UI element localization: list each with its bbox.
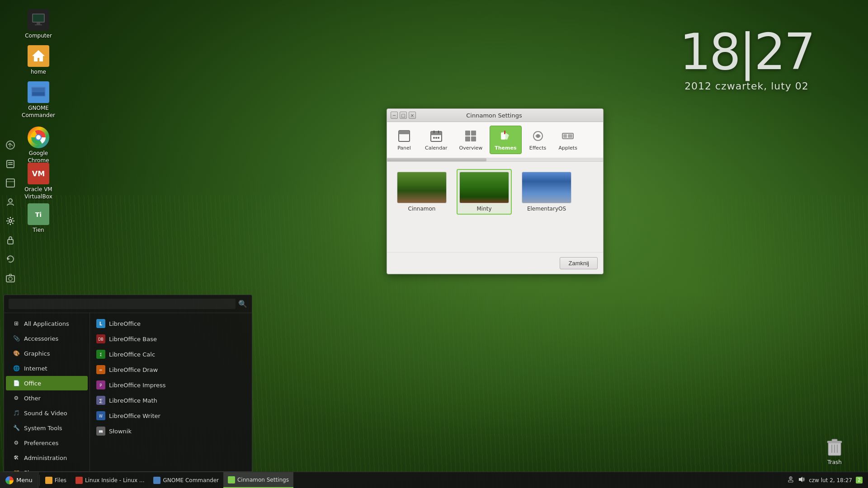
category-other[interactable]: ⚙ Other (6, 391, 88, 405)
desktop-icon-home[interactable]: home (18, 45, 59, 76)
settings-bottom-bar: Zamknij (387, 252, 603, 274)
volume-icon[interactable] (798, 476, 805, 484)
app-slownik[interactable]: 📖 Słownik (90, 423, 252, 439)
svg-text:P: P (100, 384, 102, 388)
settings-scrollbar[interactable] (387, 158, 603, 162)
desktop-icon-gnome[interactable]: GNOME Commander (18, 81, 59, 119)
taskbar-linux-inside-label: Linux Inside - Linux ... (85, 477, 144, 483)
app-libreoffice-impress[interactable]: P LibreOffice Impress (90, 377, 252, 393)
desktop-icon-computer[interactable]: Computer (18, 9, 59, 40)
theme-elementaryos[interactable]: ElementaryOS (519, 169, 574, 215)
maximize-button[interactable]: □ (400, 112, 407, 119)
svg-point-15 (6, 141, 14, 149)
app-libreoffice-math-label: LibreOffice Math (109, 397, 157, 404)
sidebar-icon-settings[interactable] (0, 211, 21, 230)
category-all-apps[interactable]: ⊞ All Applications (6, 316, 88, 331)
svg-text:VM: VM (32, 169, 45, 178)
svg-marker-4 (32, 50, 45, 61)
category-system-tools-label: System Tools (24, 425, 62, 432)
linux-inside-taskbar-icon (75, 477, 83, 484)
taskbar-btn-cinnamon-settings[interactable]: Cinnamon Settings (223, 472, 293, 488)
settings-titlebar: ─ □ × Cinnamon Settings (387, 109, 603, 122)
titlebar-buttons: ─ □ × (391, 112, 416, 119)
theme-minty[interactable]: Minty (457, 169, 512, 215)
search-icon[interactable]: 🔍 (238, 300, 247, 308)
svg-text:L: L (99, 321, 103, 326)
app-libreoffice[interactable]: L LibreOffice (90, 316, 252, 331)
desktop-icon-oracle-label: Oracle VM VirtualBox (18, 186, 59, 200)
sidebar-icon-lock[interactable] (0, 230, 21, 249)
tab-calendar[interactable]: Calendar (420, 126, 452, 154)
calendar-tab-icon (429, 129, 443, 143)
app-libreoffice-writer[interactable]: W LibreOffice Writer (90, 408, 252, 423)
category-sound-video[interactable]: 🎵 Sound & Video (6, 406, 88, 420)
category-all-apps-label: All Applications (24, 320, 69, 327)
close-button-titlebar[interactable]: × (409, 112, 416, 119)
app-libreoffice-calc-label: LibreOffice Calc (109, 351, 155, 358)
app-libreoffice-calc[interactable]: Σ LibreOffice Calc (90, 347, 252, 362)
desktop-icon-oracle[interactable]: VM Oracle VM VirtualBox (18, 163, 59, 200)
taskbar-gnome-commander-label: GNOME Commander (163, 477, 218, 483)
search-input[interactable] (9, 299, 236, 309)
category-office[interactable]: 📄 Office (6, 376, 88, 390)
sidebar-icon-3[interactable] (0, 192, 21, 211)
clock-time: 18|27 (679, 27, 814, 77)
theme-cinnamon-thumbnail (397, 172, 447, 203)
category-administration-label: Administration (24, 455, 67, 461)
panel-tab-icon (397, 129, 411, 143)
taskbar-btn-files[interactable]: Files (41, 472, 71, 488)
tab-themes[interactable]: Themes (490, 126, 521, 154)
sidebar-icon-2[interactable] (0, 174, 21, 192)
svg-rect-56 (465, 131, 470, 136)
applets-tab-label: Applets (559, 145, 577, 151)
category-system-tools[interactable]: 🔧 System Tools (6, 421, 88, 435)
sound-video-icon: 🎵 (12, 409, 20, 417)
clock: 18|27 2012 czwartek, luty 02 (679, 27, 814, 92)
app-libreoffice-draw[interactable]: ✏ LibreOffice Draw (90, 362, 252, 377)
tab-effects[interactable]: Effects (524, 126, 552, 154)
svg-point-55 (438, 137, 439, 139)
notification-badge: 2 (856, 477, 863, 483)
tab-overview[interactable]: Overview (454, 126, 487, 154)
desktop-icon-chrome[interactable]: Google Chrome (18, 127, 59, 164)
category-places[interactable]: 📁 Places (6, 465, 88, 471)
panel-tab-label: Panel (397, 145, 411, 151)
category-graphics[interactable]: 🎨 Graphics (6, 346, 88, 361)
desktop-icon-tien[interactable]: Ti Tien (18, 203, 59, 234)
app-libreoffice-math[interactable]: ∑ LibreOffice Math (90, 393, 252, 408)
sidebar-icon-1[interactable] (0, 155, 21, 174)
taskbar-btn-linux-inside[interactable]: Linux Inside - Linux ... (71, 472, 149, 488)
menu-categories: ⊞ All Applications 📎 Accessories 🎨 Graph… (4, 313, 90, 471)
menu-icon (5, 476, 14, 484)
sidebar-icon-refresh[interactable] (0, 249, 21, 268)
category-administration[interactable]: 🛠 Administration (6, 450, 88, 465)
desktop-icon-chrome-label: Google Chrome (18, 150, 59, 164)
app-libreoffice-impress-label: LibreOffice Impress (109, 382, 166, 389)
category-internet[interactable]: 🌐 Internet (6, 361, 88, 375)
zamknij-button[interactable]: Zamknij (560, 257, 598, 269)
taskbar-btn-gnome-commander[interactable]: GNOME Commander (149, 472, 223, 488)
category-accessories[interactable]: 📎 Accessories (6, 331, 88, 346)
desktop-sidebar (0, 136, 21, 287)
menu-button[interactable]: Menu (0, 472, 38, 488)
minimize-button[interactable]: ─ (391, 112, 398, 119)
theme-cinnamon[interactable]: Cinnamon (394, 169, 449, 215)
trash-icon[interactable]: Trash (824, 436, 845, 465)
theme-minty-thumbnail (459, 172, 509, 203)
menu-apps: L LibreOffice DB LibreOffice Base Σ Libr… (90, 313, 252, 471)
sidebar-icon-camera[interactable] (0, 268, 21, 287)
clock-date: 2012 czwartek, luty 02 (679, 80, 814, 92)
taskbar: Menu Files Linux Inside - Linux ... GNOM… (0, 472, 868, 488)
tab-applets[interactable]: Applets (554, 126, 582, 154)
system-tools-icon: 🔧 (12, 424, 20, 432)
svg-rect-23 (6, 276, 14, 282)
files-taskbar-icon (45, 477, 52, 484)
svg-point-21 (9, 220, 12, 222)
desktop-icon-gnome-label: GNOME Commander (18, 105, 59, 119)
cinnamon-settings-taskbar-icon (228, 476, 235, 483)
tab-panel[interactable]: Panel (391, 126, 418, 154)
app-libreoffice-base[interactable]: DB LibreOffice Base (90, 331, 252, 347)
category-preferences[interactable]: ⚙ Preferences (6, 436, 88, 450)
svg-rect-17 (8, 162, 13, 163)
sidebar-icon-0[interactable] (0, 136, 21, 155)
